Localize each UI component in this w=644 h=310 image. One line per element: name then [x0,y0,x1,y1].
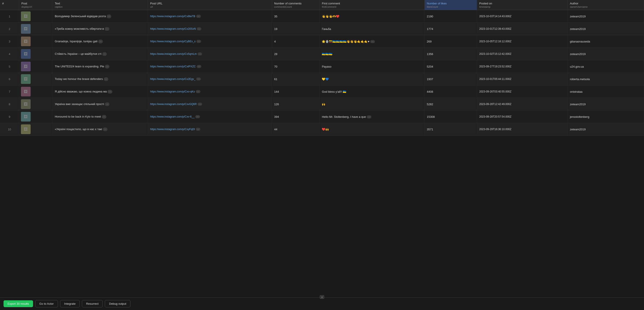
url-more-btn[interactable]: ··· [198,52,202,56]
author-username: roberta.metsola [568,73,644,86]
post-url[interactable]: https://www.instagram.com/p/Cx2Egv_ ··· [148,73,272,86]
post-url[interactable]: https://www.instagram.com/p/Cxv-6__ ··· [148,110,272,123]
text-more-btn[interactable]: ··· [103,128,108,131]
row-num: 5 [0,60,19,73]
table-row: 7🖼Я дійсно вважаю, що кожна людина ма ··… [0,86,644,98]
footer-bar: α Export 30 results Go to Actor Integrat… [0,297,644,310]
author-username: zeteam2019 [568,48,644,60]
likes-count: 1937 [424,73,477,86]
post-text: Я дійсно вважаю, що кожна людина ма ··· [52,86,148,98]
post-thumbnail: 🖼 [19,123,53,136]
posted-on: 2023-09-28T12:42:49.000Z [477,98,568,110]
url-more-btn[interactable]: ··· [196,90,200,93]
post-text: «Україні пощастило, що в нас є такі ··· [52,123,148,136]
author-username: jensstoltenberg [568,110,644,123]
row-num: 3 [0,35,19,48]
post-text: Honoured to be back in Kyiv to meet ··· [52,110,148,123]
url-more-btn[interactable]: ··· [198,102,202,106]
likes-count: 5282 [424,98,477,110]
post-url[interactable]: https://www.instagram.com/p/Cx20SxN ··· [148,23,272,35]
comments-count: 61 [272,73,320,86]
comments-count: 4 [272,35,320,48]
table-row: 9🖼Honoured to be back in Kyiv to meet ··… [0,110,644,123]
row-num: 8 [0,98,19,110]
text-more-btn[interactable]: ··· [106,14,111,18]
likes-count: 15308 [424,110,477,123]
row-num: 6 [0,73,19,86]
comments-count: 126 [272,98,320,110]
author-username: u24.gov.ua [568,60,644,73]
url-more-btn[interactable]: ··· [195,115,200,118]
url-more-btn[interactable]: ··· [196,40,201,43]
go-to-actor-button[interactable]: Go to Actor [35,300,58,307]
comments-count: 35 [272,10,320,23]
first-comment: 💛💙 [320,73,424,86]
post-thumbnail: 🖼 [19,73,53,86]
row-num: 4 [0,48,19,60]
post-text: Granadoje, Ispanijoje, turėjau gali ··· [52,35,148,48]
comments-count: 394 [272,110,320,123]
text-more-btn[interactable]: ··· [105,102,110,106]
post-url[interactable]: https://www.instagram.com/p/CxtPXZC ··· [148,60,272,73]
comment-more-btn[interactable]: ··· [367,115,371,118]
post-url[interactable]: https://www.instagram.com/p/Cxo-qKs ··· [148,86,272,98]
url-more-btn[interactable]: ··· [196,78,201,80]
post-thumbnail: 🖼 [19,110,53,123]
likes-count: 1356 [424,48,477,60]
resurrect-button[interactable]: Resurrect [82,300,103,307]
col-header-likes: Number of likeslikesCount [424,0,477,10]
text-more-btn[interactable]: ··· [98,40,103,43]
first-comment: 🙌 [320,98,424,110]
author-username: zeteam2019 [568,123,644,136]
url-more-btn[interactable]: ··· [197,65,201,68]
post-thumbnail: 🖼 [19,98,53,110]
post-thumbnail: 🖼 [19,10,53,23]
post-url[interactable]: https://www.instagram.com/p/Cx8lwTB ··· [148,10,272,23]
integrate-button[interactable]: Integrate [60,300,80,307]
posted-on: 2023-10-03T14:14:43.000Z [477,10,568,23]
post-url[interactable]: https://www.instagram.com/p/CxvGQ6R ··· [148,98,272,110]
alpha-badge: α [320,295,324,299]
comments-count: 28 [272,48,320,60]
table-row: 4🖼Стійкість України – це майбутня сті ··… [0,48,644,60]
col-header-url: Post URLurl [148,0,272,10]
likes-count: 2190 [424,10,477,23]
table-row: 6🖼Today we honour the brave defenders ··… [0,73,644,86]
text-more-btn[interactable]: ··· [104,77,108,81]
post-url[interactable]: https://www.instagram.com/p/Cx5qmLm ··· [148,48,272,60]
text-more-btn[interactable]: ··· [105,65,110,68]
col-header-firstComment: First commentfirstComment [320,0,424,10]
author-username: gitanasnauseda [568,35,644,48]
export-button[interactable]: Export 30 results [4,300,33,307]
post-text: Володимир Зеленський відвідав розта ··· [52,10,148,23]
row-num: 9 [0,110,19,123]
post-url[interactable]: https://www.instagram.com/p/CyBEx_s ··· [148,35,272,48]
text-more-btn[interactable]: ··· [102,52,107,56]
author-username: onistrataa [568,86,644,98]
table-body: 1🖼Володимир Зеленський відвідав розта ··… [0,10,644,136]
url-more-btn[interactable]: ··· [196,128,200,131]
url-more-btn[interactable]: ··· [196,15,201,18]
likes-count: 4408 [424,86,477,98]
table-row: 5🖼The UNITED24 team is expanding. Ple ··… [0,60,644,73]
debug-button[interactable]: Debug output [105,300,130,307]
text-more-btn[interactable]: ··· [104,27,109,31]
post-text: Стійкість України – це майбутня сті ··· [52,48,148,60]
post-thumbnail: 🖼 [19,23,53,35]
table-row: 10🖼«Україні пощастило, що в нас є такі ·… [0,123,644,136]
posted-on: 2023-09-26T03:40:55.000Z [477,86,568,98]
text-more-btn[interactable]: ··· [108,90,112,94]
first-comment: God bless y'all!! 🇺🇦 [320,86,424,98]
post-thumbnail: 🖼 [19,35,53,48]
post-text: The UNITED24 team is expanding. Ple ··· [52,60,148,73]
table-row: 2🖼«Треба кожну можливість обертати в ···… [0,23,644,35]
post-url[interactable]: https://www.instagram.com/p/CxyFqDl ··· [148,123,272,136]
row-num: 10 [0,123,19,136]
first-comment: Payaso [320,60,424,73]
author-username: zeteam2019 [568,23,644,35]
comment-more-btn[interactable]: ··· [370,40,375,43]
url-more-btn[interactable]: ··· [197,27,201,30]
text-more-btn[interactable]: ··· [102,115,106,119]
likes-count: 3571 [424,123,477,136]
posted-on: 2023-09-29T16:36:10.000Z [477,123,568,136]
